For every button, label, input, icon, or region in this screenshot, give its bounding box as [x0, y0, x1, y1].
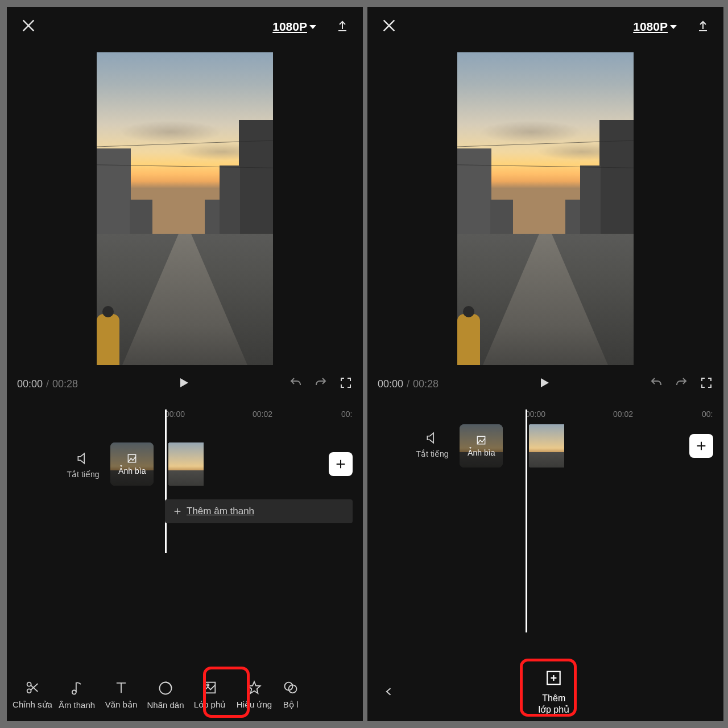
mute-label: Tắt tiếng	[61, 470, 105, 479]
add-overlay-label-1: Thêm	[538, 693, 569, 704]
export-button[interactable]	[336, 18, 349, 36]
caret-down-icon	[309, 25, 316, 29]
sticker-icon	[158, 680, 173, 697]
time-current: 00:00	[378, 378, 403, 390]
undo-button[interactable]	[289, 376, 303, 392]
video-clip[interactable]	[529, 424, 717, 468]
ruler-tick: 00:	[702, 410, 713, 419]
add-clip-button[interactable]	[329, 452, 353, 476]
ruler-tick: 00:00	[526, 410, 545, 419]
timeline-area[interactable]: Tắt tiếng Ảnh bìa	[367, 422, 723, 598]
playhead[interactable]	[165, 410, 167, 553]
music-note-icon	[69, 680, 85, 697]
cover-thumbnail[interactable]: Ảnh bìa	[110, 442, 154, 486]
overlay-icon	[202, 679, 218, 696]
caret-down-icon	[670, 25, 677, 29]
resolution-dropdown[interactable]: 1080P	[272, 20, 316, 34]
close-button[interactable]	[20, 18, 36, 36]
export-button[interactable]	[696, 18, 710, 36]
top-bar: 1080P	[7, 7, 363, 47]
timeline-area[interactable]: Tắt tiếng Ảnh bìa Thêm âm thanh	[7, 422, 363, 553]
video-preview[interactable]	[97, 52, 273, 365]
bottom-toolbar: Chỉnh sửa Âm thanh Văn bản Nhãn dán Lớp …	[7, 668, 363, 721]
preview-area	[7, 47, 363, 371]
svg-point-2	[72, 690, 76, 694]
video-preview[interactable]	[457, 52, 634, 365]
filter-icon	[283, 679, 299, 696]
time-duration: 00:28	[52, 378, 78, 390]
add-audio-bar[interactable]: Thêm âm thanh	[165, 499, 353, 523]
cover-thumbnail[interactable]: Ảnh bìa	[460, 424, 503, 468]
star-icon	[246, 679, 262, 696]
add-overlay-icon	[545, 669, 562, 689]
mute-label: Tắt tiếng	[411, 449, 454, 458]
timeline-ruler[interactable]: 00:00 00:02 00:	[7, 410, 363, 422]
back-button[interactable]	[371, 686, 407, 697]
svg-point-5	[207, 684, 209, 686]
text-icon	[113, 679, 129, 696]
undo-button[interactable]	[650, 376, 663, 392]
time-sep: /	[407, 378, 410, 390]
ruler-tick: 00:	[341, 410, 352, 419]
tool-sticker[interactable]: Nhãn dán	[143, 680, 188, 710]
redo-button[interactable]	[675, 376, 688, 392]
tool-audio[interactable]: Âm thanh	[55, 680, 99, 710]
close-button[interactable]	[381, 18, 397, 36]
play-button[interactable]	[537, 376, 551, 392]
tool-effect[interactable]: Hiệu ứng	[232, 679, 276, 710]
time-sep: /	[46, 378, 49, 390]
resolution-label: 1080P	[272, 20, 307, 34]
timeline-ruler[interactable]: 00:00 00:02 00:	[367, 410, 723, 422]
transport-bar: 00:00 / 00:28	[367, 371, 723, 397]
cover-label: Ảnh bìa	[118, 466, 146, 475]
video-clip[interactable]	[168, 442, 356, 486]
add-audio-label: Thêm âm thanh	[187, 506, 254, 517]
transport-bar: 00:00 / 00:28	[7, 371, 363, 397]
fullscreen-button[interactable]	[700, 376, 713, 392]
tool-text[interactable]: Văn bản	[99, 679, 143, 710]
ruler-tick: 00:00	[165, 410, 185, 419]
resolution-dropdown[interactable]: 1080P	[633, 20, 677, 34]
editor-screen-left: 1080P 00:00 / 00:28	[7, 7, 363, 721]
scissors-icon	[24, 679, 40, 696]
top-bar: 1080P	[367, 7, 723, 47]
tool-overlay[interactable]: Lớp phủ	[188, 679, 232, 710]
cover-label: Ảnh bìa	[468, 448, 495, 457]
ruler-tick: 00:02	[253, 410, 272, 419]
play-button[interactable]	[177, 376, 191, 392]
add-overlay-button[interactable]: Thêm lớp phủ	[538, 669, 569, 715]
preview-area	[367, 47, 723, 371]
editor-screen-right: 1080P 00:00 / 00:28	[367, 7, 723, 721]
ruler-tick: 00:02	[613, 410, 633, 419]
add-overlay-label-2: lớp phủ	[538, 704, 569, 715]
tool-edit[interactable]: Chỉnh sửa	[10, 679, 55, 710]
playhead[interactable]	[526, 410, 527, 632]
resolution-label: 1080P	[633, 20, 668, 34]
tool-filter[interactable]: Bộ l	[276, 679, 305, 710]
redo-button[interactable]	[314, 376, 328, 392]
time-duration: 00:28	[413, 378, 439, 390]
mute-toggle[interactable]: Tắt tiếng	[411, 430, 454, 458]
mute-toggle[interactable]: Tắt tiếng	[61, 450, 105, 479]
svg-rect-4	[205, 682, 216, 693]
fullscreen-button[interactable]	[339, 376, 353, 392]
time-current: 00:00	[17, 378, 43, 390]
add-clip-button[interactable]	[689, 434, 713, 458]
